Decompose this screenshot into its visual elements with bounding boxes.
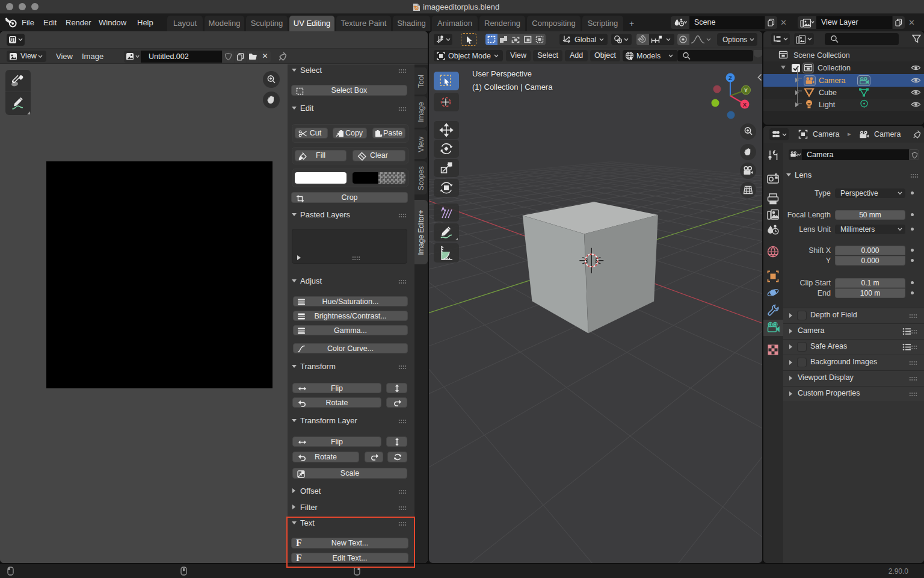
- svg-text:Z: Z: [728, 75, 732, 81]
- svg-text:X: X: [743, 101, 747, 108]
- svg-text:Y: Y: [744, 87, 748, 93]
